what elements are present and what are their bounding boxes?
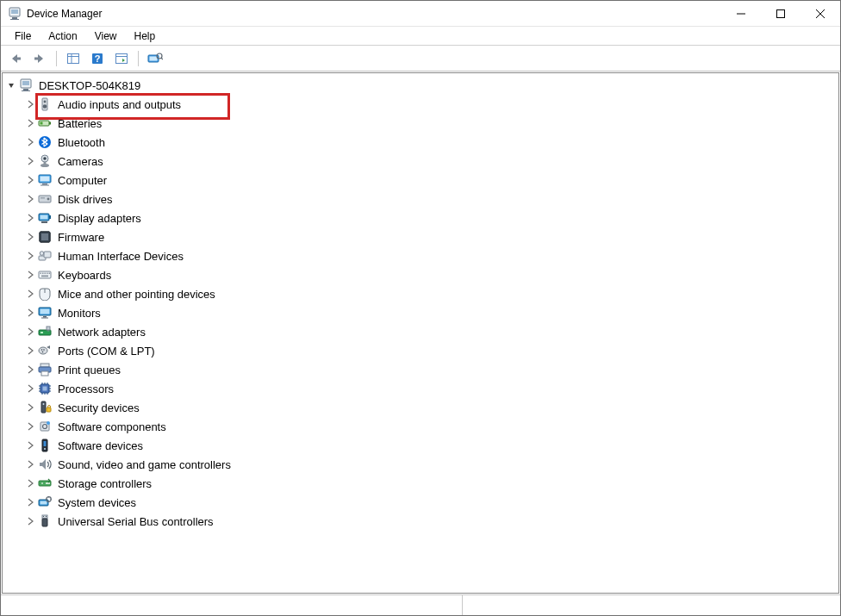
chevron-right-icon[interactable] xyxy=(25,460,35,469)
chevron-right-icon[interactable] xyxy=(25,176,35,184)
tree-category[interactable]: Universal Serial Bus controllers xyxy=(3,512,838,531)
svg-rect-75 xyxy=(16,57,21,59)
maximize-button[interactable] xyxy=(761,1,801,27)
chevron-right-icon[interactable] xyxy=(25,271,35,279)
system-device-icon xyxy=(37,495,53,510)
chevron-right-icon[interactable] xyxy=(25,100,35,109)
chevron-right-icon[interactable] xyxy=(25,479,35,488)
tree-category[interactable]: Display adapters xyxy=(3,208,838,227)
chevron-right-icon[interactable] xyxy=(25,498,35,507)
minimize-button[interactable] xyxy=(721,1,761,27)
svg-rect-82 xyxy=(116,53,128,63)
menu-bar: File Action View Help xyxy=(1,27,840,46)
toolbar-forward-button[interactable] xyxy=(28,48,51,69)
tree-category-label: Computer xyxy=(55,174,109,187)
chevron-right-icon[interactable] xyxy=(25,403,35,412)
bluetooth-icon xyxy=(37,134,53,150)
tree-category[interactable]: Human Interface Devices xyxy=(3,246,838,265)
storage-controller-icon xyxy=(37,476,53,491)
tree-root[interactable]: DESKTOP-504K819 xyxy=(3,76,838,95)
tree-root-label: DESKTOP-504K819 xyxy=(36,79,143,92)
tree-category-label: Network adapters xyxy=(55,326,148,339)
svg-rect-85 xyxy=(150,56,158,60)
tree-category-label: Display adapters xyxy=(55,212,144,225)
toolbar-scan-button[interactable] xyxy=(144,48,166,69)
menu-help[interactable]: Help xyxy=(126,28,165,44)
tree-category[interactable]: Print queues xyxy=(3,360,838,379)
tree-category-label: Firmware xyxy=(55,231,107,244)
chevron-right-icon[interactable] xyxy=(25,195,35,203)
tree-category-label: System devices xyxy=(55,496,139,509)
app-icon xyxy=(8,7,22,21)
toolbar-action-button[interactable] xyxy=(110,48,133,69)
tree-category[interactable]: Security devices xyxy=(3,398,838,417)
tree-category[interactable]: Software devices xyxy=(3,436,838,455)
chevron-right-icon[interactable] xyxy=(25,119,35,128)
chevron-right-icon[interactable] xyxy=(25,138,35,146)
chevron-right-icon[interactable] xyxy=(25,365,35,374)
tree-category[interactable]: Bluetooth xyxy=(3,133,838,152)
tree-category[interactable]: Monitors xyxy=(3,303,838,322)
tree-category-label: Mice and other pointing devices xyxy=(55,288,218,301)
tree-category[interactable]: Storage controllers xyxy=(3,474,838,493)
tree-category[interactable]: Mice and other pointing devices xyxy=(3,284,838,303)
help-icon: ? xyxy=(90,52,104,65)
toolbar-show-hide-tree-button[interactable] xyxy=(62,48,84,69)
tree-category-label: Universal Serial Bus controllers xyxy=(55,515,216,528)
tree-category-label: Sound, video and game controllers xyxy=(55,458,234,471)
chevron-right-icon[interactable] xyxy=(25,214,35,222)
chevron-right-icon[interactable] xyxy=(25,441,35,450)
svg-line-87 xyxy=(161,58,163,59)
tree-category-label: Bluetooth xyxy=(55,136,108,149)
menu-file[interactable]: File xyxy=(6,28,40,44)
chevron-right-icon[interactable] xyxy=(25,422,35,431)
tree-category[interactable]: Disk drives xyxy=(3,190,838,208)
tree-category[interactable]: Keyboards xyxy=(3,265,838,284)
hid-icon xyxy=(37,248,53,264)
tree-category[interactable]: Sound, video and game controllers xyxy=(3,455,838,474)
monitor-icon xyxy=(37,305,53,320)
tree-category-label: Security devices xyxy=(55,401,142,414)
usb-icon xyxy=(37,513,53,529)
disk-drive-icon xyxy=(37,191,53,207)
software-device-icon xyxy=(37,438,53,453)
chevron-right-icon[interactable] xyxy=(25,233,35,241)
chevron-right-icon[interactable] xyxy=(25,517,35,526)
tree-category-label: Software components xyxy=(55,420,169,433)
action-pane-icon xyxy=(115,52,128,65)
tree-category[interactable]: Audio inputs and outputs xyxy=(3,95,838,114)
tree-category-label: Disk drives xyxy=(55,193,115,206)
chevron-right-icon[interactable] xyxy=(25,308,35,317)
tree-category[interactable]: Software components xyxy=(3,417,838,436)
tree-category[interactable]: Network adapters xyxy=(3,322,838,341)
tree-category[interactable]: Computer xyxy=(3,171,838,190)
chevron-right-icon[interactable] xyxy=(25,252,35,260)
chevron-right-icon[interactable] xyxy=(25,346,35,355)
tree-category[interactable]: Batteries xyxy=(3,114,838,133)
toolbar-back-button[interactable] xyxy=(4,48,27,69)
menu-view[interactable]: View xyxy=(86,28,126,44)
device-tree-pane[interactable]: DESKTOP-504K819Audio inputs and outputsB… xyxy=(2,72,839,594)
camera-icon xyxy=(37,153,53,169)
chevron-right-icon[interactable] xyxy=(25,289,35,298)
tree-category[interactable]: Processors xyxy=(3,379,838,398)
network-adapter-icon xyxy=(37,324,53,339)
chevron-right-icon[interactable] xyxy=(25,327,35,336)
maximize-icon xyxy=(776,9,785,18)
sound-controller-icon xyxy=(37,457,53,472)
tree-category-label: Keyboards xyxy=(55,269,114,282)
close-button[interactable] xyxy=(801,1,840,27)
tree-category-label: Processors xyxy=(55,383,116,395)
tree-category-label: Ports (COM & LPT) xyxy=(55,345,158,358)
tree-category[interactable]: Ports (COM & LPT) xyxy=(3,341,838,360)
chevron-right-icon[interactable] xyxy=(25,384,35,393)
tree-category[interactable]: Firmware xyxy=(3,227,838,246)
tree-category[interactable]: System devices xyxy=(3,493,838,512)
toolbar-help-button[interactable]: ? xyxy=(86,48,109,69)
menu-action[interactable]: Action xyxy=(40,28,85,44)
software-component-icon xyxy=(37,419,53,434)
port-icon xyxy=(37,343,53,358)
chevron-down-icon[interactable] xyxy=(6,81,16,90)
chevron-right-icon[interactable] xyxy=(25,157,35,165)
tree-category[interactable]: Cameras xyxy=(3,152,838,171)
